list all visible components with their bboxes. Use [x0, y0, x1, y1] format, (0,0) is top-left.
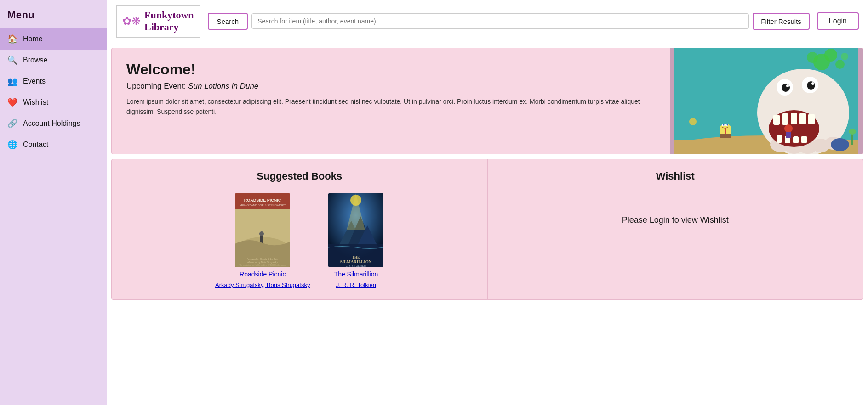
sidebar-item-label: Browse	[23, 56, 47, 64]
welcome-title: Welcome!	[126, 61, 655, 78]
svg-point-16	[727, 124, 728, 125]
sidebar-item-contact[interactable]: 🌐 Contact	[0, 134, 107, 155]
event-name: Sun Lotions in Dune	[188, 82, 258, 90]
svg-rect-32	[801, 136, 807, 143]
events-icon: 👥	[7, 76, 17, 86]
book-item-2: THE SILMARILLION J.R.R. TOLKIEN The Silm…	[328, 193, 383, 288]
svg-point-41	[831, 138, 849, 151]
sidebar-item-wishlist[interactable]: ❤️ Wishlist	[0, 92, 107, 113]
svg-text:THE: THE	[352, 255, 360, 259]
event-label: Upcoming Event:	[126, 82, 188, 90]
svg-point-58	[350, 195, 361, 206]
svg-rect-25	[782, 113, 788, 125]
book-author-link-1[interactable]: Arkady Strugatsky, Boris Strugatsky	[215, 281, 310, 288]
svg-rect-29	[777, 135, 782, 143]
logo-box: ✿❋ Funkytown Library	[116, 5, 200, 38]
suggested-books-panel: Suggested Books ROADSIDE PICNIC ARKADY A…	[112, 159, 488, 299]
svg-point-38	[811, 82, 814, 85]
book-cover-2[interactable]: THE SILMARILLION J.R.R. TOLKIEN	[328, 193, 383, 267]
search-button[interactable]: Search	[208, 13, 248, 30]
svg-rect-28	[808, 114, 815, 124]
main-content: ✿❋ Funkytown Library Search Filter Resul…	[107, 0, 868, 405]
wishlist-panel: Wishlist Please Login to view Wishlist	[488, 159, 863, 299]
sidebar-item-events[interactable]: 👥 Events	[0, 71, 107, 92]
svg-point-5	[824, 49, 837, 62]
book-cover-1[interactable]: ROADSIDE PICNIC ARKADY AND BORIS STRUGAT…	[235, 193, 290, 267]
svg-text:The inspiration for the film a: The inspiration for the film and the STA…	[240, 264, 286, 266]
svg-point-15	[723, 124, 725, 125]
search-input[interactable]	[251, 13, 749, 29]
svg-rect-24	[773, 115, 780, 125]
svg-point-50	[259, 231, 264, 236]
welcome-image	[670, 48, 863, 154]
svg-point-7	[841, 53, 848, 60]
books-grid: ROADSIDE PICNIC ARKADY AND BORIS STRUGAT…	[121, 193, 478, 288]
svg-text:SILMARILLION: SILMARILLION	[340, 259, 372, 264]
header: ✿❋ Funkytown Library Search Filter Resul…	[107, 0, 868, 43]
svg-rect-12	[725, 128, 726, 134]
book-title-link-2[interactable]: The Silmarillion	[334, 270, 378, 278]
svg-rect-27	[799, 113, 806, 124]
sidebar-item-account-holdings[interactable]: 🔗 Account Holdings	[0, 113, 107, 134]
globe-icon: 🌐	[7, 140, 17, 150]
book-title-link-1[interactable]: Roadside Picnic	[240, 270, 286, 278]
sidebar-item-label: Home	[23, 35, 43, 43]
svg-text:ROADSIDE PICNIC: ROADSIDE PICNIC	[244, 198, 281, 202]
svg-point-37	[786, 84, 789, 87]
welcome-section: Welcome! Upcoming Event: Sun Lotions in …	[111, 48, 863, 154]
svg-point-36	[807, 81, 815, 90]
svg-text:Foreword by Ursula K. Le Guin: Foreword by Ursula K. Le Guin	[247, 258, 279, 260]
sidebar-title: Menu	[0, 0, 107, 28]
svg-point-6	[835, 60, 845, 69]
sidebar-item-label: Contact	[23, 141, 48, 149]
sidebar-item-home[interactable]: 🏠 Home	[0, 28, 107, 50]
svg-point-8	[689, 118, 697, 125]
login-button[interactable]: Login	[817, 12, 859, 30]
suggested-books-title: Suggested Books	[121, 170, 478, 182]
svg-point-39	[784, 124, 793, 133]
home-icon: 🏠	[7, 34, 17, 44]
sidebar-item-label: Account Holdings	[23, 119, 80, 128]
welcome-text: Welcome! Upcoming Event: Sun Lotions in …	[112, 48, 670, 154]
svg-rect-11	[720, 134, 731, 138]
svg-rect-26	[791, 112, 797, 124]
search-icon: 🔍	[7, 55, 17, 65]
svg-point-43	[849, 129, 856, 135]
svg-rect-42	[851, 133, 853, 145]
svg-rect-40	[786, 132, 791, 138]
book-author-link-2[interactable]: J. R. R. Tolkien	[336, 281, 376, 288]
welcome-body: Lorem ipsum dolor sit amet, consectetur …	[126, 96, 655, 117]
book-item-1: ROADSIDE PICNIC ARKADY AND BORIS STRUGAT…	[215, 193, 310, 288]
svg-point-35	[782, 84, 790, 92]
wishlist-message: Please Login to view Wishlist	[622, 215, 729, 225]
bottom-panels: Suggested Books ROADSIDE PICNIC ARKADY A…	[111, 159, 863, 300]
link-icon: 🔗	[7, 118, 17, 129]
logo-flowers: ✿❋	[122, 15, 141, 28]
logo-text: Funkytown Library	[144, 9, 194, 34]
heart-icon: ❤️	[7, 97, 17, 107]
sidebar-item-label: Events	[23, 77, 46, 85]
svg-text:Afterword by Boris Strugatsky: Afterword by Boris Strugatsky	[247, 261, 278, 264]
filter-results-button[interactable]: Filter Results	[753, 13, 810, 30]
wishlist-title: Wishlist	[656, 170, 695, 182]
welcome-event: Upcoming Event: Sun Lotions in Dune	[126, 82, 655, 91]
svg-rect-31	[793, 136, 799, 143]
svg-text:J.R.R. TOLKIEN: J.R.R. TOLKIEN	[346, 264, 366, 267]
sidebar: Menu 🏠 Home 🔍 Browse 👥 Events ❤️ Wishlis…	[0, 0, 107, 405]
search-area: Search Filter Results	[208, 13, 810, 30]
svg-point-4	[807, 52, 818, 63]
svg-text:ARKADY AND BORIS STRUGATSKY: ARKADY AND BORIS STRUGATSKY	[240, 204, 286, 207]
content: Welcome! Upcoming Event: Sun Lotions in …	[107, 43, 868, 405]
sidebar-item-label: Wishlist	[23, 98, 48, 107]
sidebar-item-browse[interactable]: 🔍 Browse	[0, 50, 107, 71]
